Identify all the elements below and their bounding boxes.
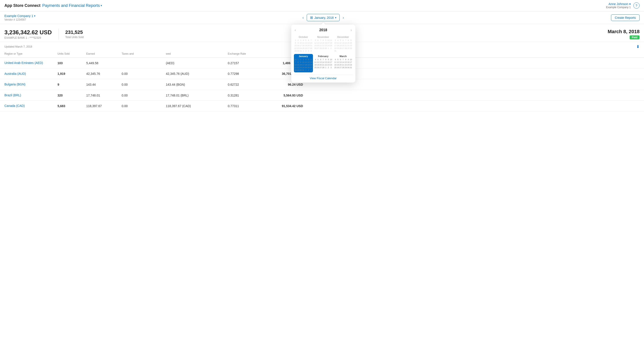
units-section: 231,525 Total Units Sold (65, 30, 84, 39)
top-bar-left: App Store Connect Payments and Financial… (4, 3, 102, 8)
help-button[interactable]: ? (634, 3, 640, 9)
user-info: Anne Johnson ▾ Example Company 1 (606, 2, 631, 9)
summary-right: March 8, 2018 Paid (608, 29, 640, 39)
month-march[interactable]: March 45678910 11121314151617 1819202122… (334, 54, 353, 72)
proceeds-canada: 91,534.42 USD (263, 104, 303, 108)
earned-uae: 5,449.58 (86, 61, 122, 65)
exchange-canada: 0.77311 (228, 104, 263, 108)
col-proceeds-currency: wed (166, 51, 228, 56)
col-region: Region or Type (4, 51, 58, 56)
total-units: 231,525 (65, 30, 84, 35)
top-bar: App Store Connect Payments and Financial… (0, 0, 644, 11)
col-exchange-rate: Exchange Rate (228, 51, 263, 56)
month-selector-button[interactable]: ⊞ January, 2018 ▾ (307, 14, 340, 21)
region-australia[interactable]: Australia (AUD) (4, 72, 58, 76)
proceeds-curr-brazil: 17,748.01 (BRL) (166, 94, 228, 97)
proceeds-curr-australia: 42,345.76 (AUD) (166, 72, 228, 76)
earned-australia: 42,345.76 (86, 72, 122, 76)
app-store-title: App Store Connect (4, 3, 40, 8)
month-november[interactable]: November 567891011 12131415161718 192021… (314, 35, 333, 53)
proceeds-curr-bulgaria: 143.44 (BGN) (166, 83, 228, 86)
proceeds-curr-canada: 118,397.67 (CAD) (166, 104, 228, 108)
calendar-arrow (321, 22, 326, 25)
company-selector[interactable]: Example Company 1 ▾ (4, 14, 36, 18)
summary-amount-section: 3,236,342.62 USD EXAMPLE BANK 1 - ****52… (4, 29, 52, 39)
table-row: Brazil (BRL) 320 17,748.01 0.00 17,748.0… (0, 90, 644, 101)
exchange-brazil: 0.31281 (228, 94, 263, 97)
month-dropdown-arrow: ▾ (335, 16, 336, 19)
calendar-months-grid: October 1234567 891011121314 15161718192… (294, 35, 353, 72)
prev-year-button[interactable]: ‹ (295, 28, 296, 32)
exchange-australia: 0.77298 (228, 72, 263, 76)
calendar-year-nav: ‹ 2018 › (294, 28, 353, 32)
earned-brazil: 17,748.01 (86, 94, 122, 97)
next-year-button[interactable]: › (350, 28, 352, 32)
calendar-icon: ⊞ (310, 16, 313, 20)
units-brazil: 320 (58, 94, 86, 97)
region-uae[interactable]: United Arab Emirates (AED) (4, 61, 58, 65)
month-december[interactable]: December 3456789 10111213141516 17181920… (334, 35, 353, 53)
download-icon[interactable]: ⬇ (636, 44, 640, 49)
prev-month-button[interactable]: ‹ (301, 15, 306, 21)
calendar-popup: ‹ 2018 › October 1234567 891011121314 15… (291, 25, 356, 83)
taxes-bulgaria: 0.00 (122, 83, 166, 86)
taxes-canada: 0.00 (122, 104, 166, 108)
company-section: Example Company 1 ▾ Vendor # 1234567 (4, 14, 36, 21)
user-name[interactable]: Anne Johnson ▾ (606, 2, 631, 6)
selected-month-label: January, 2018 (314, 16, 334, 20)
month-january[interactable]: January 31123456 78910111213 14151617181… (294, 54, 313, 72)
earned-bulgaria: 143.44 (86, 83, 122, 86)
taxes-australia: 0.00 (122, 72, 166, 76)
payments-title: Payments and Financial Reports (42, 3, 100, 8)
user-company: Example Company 1 (606, 6, 631, 9)
exchange-uae: 0.27157 (228, 61, 263, 65)
col-units-sold: Units Sold (58, 51, 86, 56)
proceeds-brazil: 5,564.93 USD (263, 94, 303, 97)
create-reports-button[interactable]: Create Reports (611, 14, 640, 21)
proceeds-curr-uae: (AED) (166, 61, 228, 65)
proceeds-bulgaria: 96.24 USD (263, 83, 303, 86)
next-month-button[interactable]: › (341, 15, 346, 21)
units-uae: 103 (58, 61, 86, 65)
region-canada[interactable]: Canada (CAD) (4, 104, 58, 108)
col-earned: Earned (86, 51, 122, 56)
exchange-bulgaria: 0.62722 (228, 83, 263, 86)
region-bulgaria[interactable]: Bulgaria (BGN) (4, 82, 58, 87)
col-taxes: Taxes and (122, 51, 166, 56)
calendar-year: 2018 (319, 28, 327, 32)
paid-badge: Paid (630, 36, 640, 39)
taxes-brazil: 0.00 (122, 94, 166, 97)
nav-controls-wrapper: ‹ ⊞ January, 2018 ▾ › ‹ 2018 › October 1… (301, 14, 346, 21)
bank-info: EXAMPLE BANK 1 - ****52329 (4, 36, 52, 39)
section-title-link[interactable]: Payments and Financial Reports ▾ (42, 3, 102, 8)
payment-date: March 8, 2018 (608, 29, 640, 35)
month-february[interactable]: February 45678910 11121314151617 1819202… (314, 54, 333, 72)
units-australia: 1,919 (58, 72, 86, 76)
summary-left: 3,236,342.62 USD EXAMPLE BANK 1 - ****52… (4, 29, 84, 40)
units-canada: 5,683 (58, 104, 86, 108)
units-label: Total Units Sold (65, 36, 84, 39)
vendor-number: Vendor # 1234567 (4, 18, 36, 21)
month-october[interactable]: October 1234567 891011121314 15161718192… (294, 35, 313, 53)
units-bulgaria: 9 (58, 83, 86, 86)
sub-header: Example Company 1 ▾ Vendor # 1234567 ‹ ⊞… (0, 11, 644, 24)
section-title-arrow: ▾ (100, 4, 102, 7)
earned-canada: 118,397.67 (86, 104, 122, 108)
view-fiscal-calendar-link[interactable]: View Fiscal Calendar (294, 75, 353, 80)
region-brazil[interactable]: Brazil (BRL) (4, 93, 58, 98)
top-bar-right: Anne Johnson ▾ Example Company 1 ? (606, 2, 640, 9)
total-amount: 3,236,342.62 USD (4, 29, 52, 36)
table-row: Canada (CAD) 5,683 118,397.67 0.00 118,3… (0, 101, 644, 112)
updated-text: Updated March 7, 2018 (4, 45, 32, 48)
